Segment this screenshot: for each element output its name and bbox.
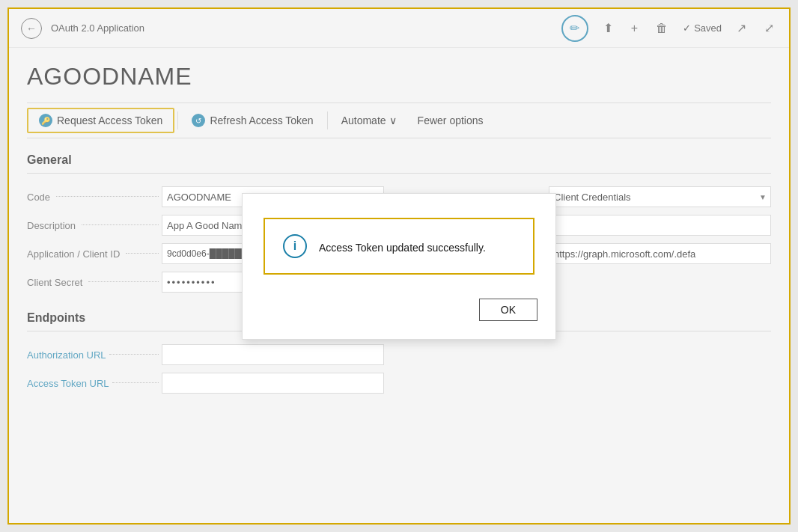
modal-info-icon: i [283, 234, 307, 258]
modal-body: i Access Token updated successfully. [243, 194, 555, 290]
info-letter: i [293, 239, 296, 253]
ok-button[interactable]: OK [479, 299, 537, 321]
modal-overlay: i Access Token updated successfully. OK [9, 9, 789, 523]
modal-footer: OK [243, 290, 555, 339]
app-container: ← OAuth 2.0 Application ✏ ⬆ + 🗑 ✓ Saved … [7, 7, 791, 525]
modal-message: Access Token updated successfully. [319, 239, 486, 254]
modal-dialog: i Access Token updated successfully. OK [242, 193, 556, 340]
